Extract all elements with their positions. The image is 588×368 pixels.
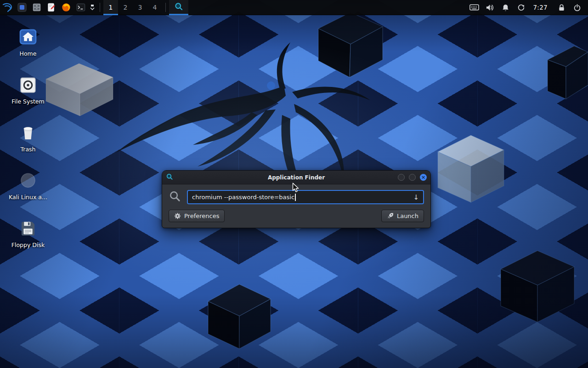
close-button[interactable]: × — [420, 174, 427, 181]
minimize-button[interactable] — [398, 174, 405, 181]
bell-icon — [502, 4, 509, 12]
desktop-icon-kali-installer[interactable]: Kali Linux a... — [9, 169, 47, 201]
desktop-icon-column: Home File System Trash Kali Linux a... F… — [9, 26, 47, 265]
command-input[interactable]: chromium --password-store=basic ↓ — [187, 190, 424, 204]
document-pencil-icon — [46, 2, 57, 12]
launch-button[interactable]: Launch — [381, 210, 424, 222]
workspace-3[interactable]: 3 — [133, 0, 147, 15]
lock-screen-button[interactable] — [555, 0, 568, 15]
firefox-launcher[interactable] — [59, 0, 74, 15]
power-icon — [573, 4, 581, 12]
terminal-launcher[interactable] — [74, 0, 88, 15]
desktop-icon-label: Floppy Disk — [11, 242, 45, 248]
taskbar-application-finder[interactable] — [169, 0, 188, 15]
faded-installer-icon — [18, 169, 38, 190]
workspace-1[interactable]: 1 — [103, 0, 118, 15]
search-icon — [169, 190, 181, 204]
window-icon — [17, 2, 27, 12]
window-controls: × — [398, 174, 427, 181]
speaker-icon — [486, 4, 494, 12]
text-editor-launcher[interactable] — [44, 0, 59, 15]
workspace-4[interactable]: 4 — [147, 0, 162, 15]
command-text: chromium --password-store=basic — [192, 194, 294, 201]
padlock-icon — [558, 4, 565, 12]
maximize-button[interactable] — [409, 174, 416, 181]
updates-indicator[interactable] — [514, 0, 527, 15]
gear-icon — [174, 213, 181, 219]
dropdown-arrow-icon[interactable]: ↓ — [409, 193, 419, 201]
disk-drive-icon — [18, 74, 38, 95]
kali-dragon-icon — [2, 2, 13, 13]
window-title: Application Finder — [268, 174, 325, 181]
desktop-icon-trash[interactable]: Trash — [9, 121, 47, 153]
terminal-icon — [76, 2, 86, 12]
floppy-disk-icon — [18, 217, 38, 238]
keyboard-indicator[interactable] — [468, 0, 481, 15]
chevron-down-icon — [90, 4, 95, 11]
file-manager-launcher[interactable] — [29, 0, 44, 15]
rocket-launch-icon — [387, 213, 394, 219]
cabinet-icon — [32, 2, 42, 12]
preferences-button[interactable]: Preferences — [169, 210, 225, 222]
logout-button[interactable] — [571, 0, 583, 15]
preferences-label: Preferences — [184, 213, 219, 219]
desktop-icon-file-system[interactable]: File System — [9, 74, 47, 105]
kali-menu-button[interactable] — [0, 0, 15, 15]
magnifier-icon — [174, 2, 183, 13]
mouse-cursor — [292, 183, 301, 195]
home-folder-icon — [18, 26, 38, 47]
window-buttons-launcher[interactable] — [15, 0, 29, 15]
keyboard-icon — [469, 4, 479, 11]
launch-label: Launch — [397, 213, 418, 219]
system-tray: 7:27 — [468, 0, 588, 15]
clock[interactable]: 7:27 — [530, 4, 552, 11]
trash-bucket-icon — [18, 121, 38, 143]
application-finder-icon — [166, 173, 173, 182]
terminal-dropdown-button[interactable] — [88, 0, 96, 15]
application-finder-window: Application Finder × chromium --password… — [162, 170, 431, 228]
desktop-icon-floppy[interactable]: Floppy Disk — [9, 217, 47, 248]
desktop-icon-label: Kali Linux a... — [9, 194, 47, 201]
panel-separator — [100, 3, 100, 12]
panel-separator — [165, 3, 166, 12]
desktop-icon-label: Home — [20, 50, 37, 57]
circular-arrow-icon — [517, 4, 525, 12]
desktop-icon-label: File System — [11, 98, 45, 105]
volume-control[interactable] — [483, 0, 496, 15]
desktop-icon-label: Trash — [20, 146, 35, 153]
top-panel: 1 2 3 4 7:27 — [0, 0, 588, 15]
workspace-2[interactable]: 2 — [118, 0, 133, 15]
firefox-icon — [61, 2, 71, 12]
notifications[interactable] — [499, 0, 512, 15]
desktop-icon-home[interactable]: Home — [9, 26, 47, 57]
